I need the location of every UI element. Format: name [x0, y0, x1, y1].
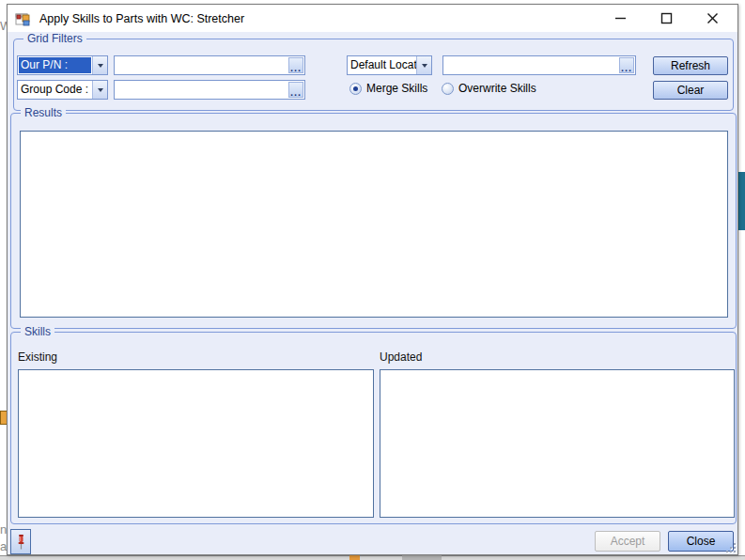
maximize-button[interactable]	[644, 5, 690, 32]
background-artifact	[402, 555, 442, 560]
pn-filter-field: ...	[114, 55, 305, 75]
chevron-down-icon	[98, 88, 103, 92]
group-code-browse-button[interactable]: ...	[288, 82, 303, 98]
location-filter-dropdown-button[interactable]	[416, 56, 431, 74]
merge-skills-radio[interactable]: Merge Skills	[349, 82, 427, 95]
background-artifact	[738, 172, 745, 230]
clear-button[interactable]: Clear	[653, 81, 728, 100]
group-code-selected-text: Group Code :	[18, 81, 92, 99]
pn-filter-input[interactable]	[115, 56, 288, 74]
background-text-fragment: W	[0, 19, 7, 33]
group-code-filter-combobox[interactable]: Group Code :	[17, 80, 108, 100]
skills-label: Skills	[21, 325, 54, 338]
chevron-down-icon	[98, 64, 103, 68]
updated-skills-label: Updated	[380, 350, 422, 364]
pushpin-icon	[15, 534, 27, 551]
merge-skills-label: Merge Skills	[366, 82, 427, 95]
background-artifact	[349, 555, 360, 560]
location-filter-combobox[interactable]: Default Locatic	[347, 55, 432, 75]
updated-skills-listbox[interactable]	[380, 369, 735, 518]
overwrite-skills-label: Overwrite Skills	[458, 82, 536, 95]
location-filter-selected-text: Default Locatic	[348, 56, 416, 74]
existing-skills-listbox[interactable]	[18, 369, 374, 518]
location-browse-button[interactable]: ...	[619, 57, 634, 73]
overwrite-skills-radio[interactable]: Overwrite Skills	[442, 82, 536, 95]
close-window-button[interactable]	[690, 5, 736, 32]
existing-skills-label: Existing	[18, 350, 57, 364]
pin-button[interactable]	[10, 529, 31, 554]
radio-icon	[349, 83, 362, 95]
form-icon	[15, 11, 31, 26]
background-artifact	[0, 555, 745, 560]
chevron-down-icon	[422, 64, 427, 68]
pn-browse-button[interactable]: ...	[288, 57, 303, 73]
location-filter-field: ...	[442, 55, 636, 75]
results-label: Results	[21, 106, 66, 119]
group-code-filter-field: ...	[114, 80, 305, 100]
location-filter-input[interactable]	[443, 56, 619, 74]
grid-filters-label: Grid Filters	[23, 32, 86, 45]
results-grid[interactable]	[20, 131, 728, 318]
pn-filter-dropdown-button[interactable]	[92, 56, 107, 74]
pn-filter-combobox[interactable]: Our P/N :	[17, 55, 108, 75]
radio-icon	[442, 83, 454, 95]
refresh-button[interactable]: Refresh	[653, 56, 728, 75]
pn-filter-selected-text: Our P/N :	[19, 57, 91, 73]
close-icon	[706, 12, 719, 24]
window-title: Apply Skills to Parts with WC: Stretcher	[39, 12, 244, 25]
background-text-fragment: a	[0, 539, 7, 553]
accept-button[interactable]: Accept	[595, 531, 660, 552]
minimize-icon	[614, 12, 627, 24]
titlebar[interactable]: Apply Skills to Parts with WC: Stretcher	[8, 5, 737, 32]
group-code-filter-input[interactable]	[115, 81, 288, 99]
resize-grip[interactable]	[724, 541, 736, 552]
group-code-dropdown-button[interactable]	[92, 81, 107, 99]
apply-skills-dialog: Apply Skills to Parts with WC: Stretcher	[7, 4, 738, 555]
minimize-button[interactable]	[598, 5, 644, 32]
maximize-icon	[660, 12, 673, 24]
background-text-fragment: n	[0, 522, 7, 537]
